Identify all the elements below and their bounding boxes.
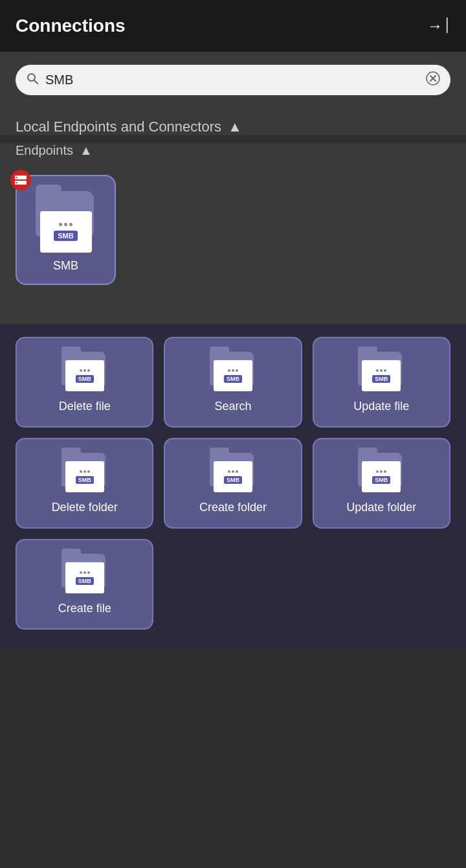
endpoints-subsection-title[interactable]: Endpoints ▲ — [0, 143, 466, 168]
smb-endpoint-label: SMB — [53, 259, 78, 273]
smb-icon-search: SMB — [207, 350, 259, 391]
action-create-file-label: Create file — [58, 601, 111, 616]
search-input[interactable] — [45, 73, 419, 87]
header: Connections →⏐ — [0, 0, 466, 52]
clear-icon[interactable] — [426, 71, 440, 89]
action-create-folder[interactable]: SMB Create folder — [164, 438, 302, 529]
endpoints-chevron: ▲ — [80, 143, 93, 158]
search-bar — [16, 65, 450, 95]
action-delete-file[interactable]: SMB Delete file — [16, 337, 153, 428]
smb-endpoint-card[interactable]: SMB SMB — [16, 175, 116, 285]
action-delete-folder-label: Delete folder — [52, 500, 118, 515]
divider-arrow — [0, 298, 466, 324]
smb-icon-update-folder: SMB — [355, 451, 407, 492]
action-update-folder-label: Update folder — [346, 500, 416, 515]
action-update-file[interactable]: SMB Update file — [313, 337, 450, 428]
svg-point-7 — [16, 177, 17, 178]
smb-icon-update-file: SMB — [355, 350, 407, 391]
smb-icon-create-file: SMB — [59, 552, 111, 593]
actions-grid: SMB Delete file SMB Search — [16, 337, 450, 630]
action-search-label: Search — [214, 399, 251, 414]
endpoint-badge — [10, 170, 31, 190]
svg-point-8 — [16, 182, 17, 183]
action-search[interactable]: SMB Search — [164, 337, 302, 428]
actions-section: SMB Delete file SMB Search — [0, 324, 466, 649]
action-create-file[interactable]: SMB Create file — [16, 539, 153, 630]
local-endpoints-header: Local Endpoints and Connectors ▲ — [0, 108, 466, 135]
smb-icon-delete-file: SMB — [59, 350, 111, 391]
svg-line-1 — [34, 80, 38, 84]
search-section — [0, 52, 466, 108]
page-title: Connections — [16, 16, 126, 36]
action-update-file-label: Update file — [353, 399, 409, 414]
endpoints-section: SMB SMB — [0, 168, 466, 298]
action-create-folder-label: Create folder — [199, 500, 267, 515]
smb-icon-large: SMB — [30, 188, 102, 253]
smb-icon-delete-folder: SMB — [59, 451, 111, 492]
search-icon — [26, 72, 39, 88]
action-update-folder[interactable]: SMB Update folder — [313, 438, 450, 529]
triangle-down — [214, 298, 252, 321]
action-delete-folder[interactable]: SMB Delete folder — [16, 438, 153, 529]
action-delete-file-label: Delete file — [59, 399, 111, 414]
smb-icon-create-folder: SMB — [207, 451, 259, 492]
local-section-chevron: ▲ — [228, 119, 242, 135]
export-icon[interactable]: →⏐ — [427, 17, 450, 35]
local-section-title[interactable]: Local Endpoints and Connectors ▲ — [16, 119, 450, 135]
